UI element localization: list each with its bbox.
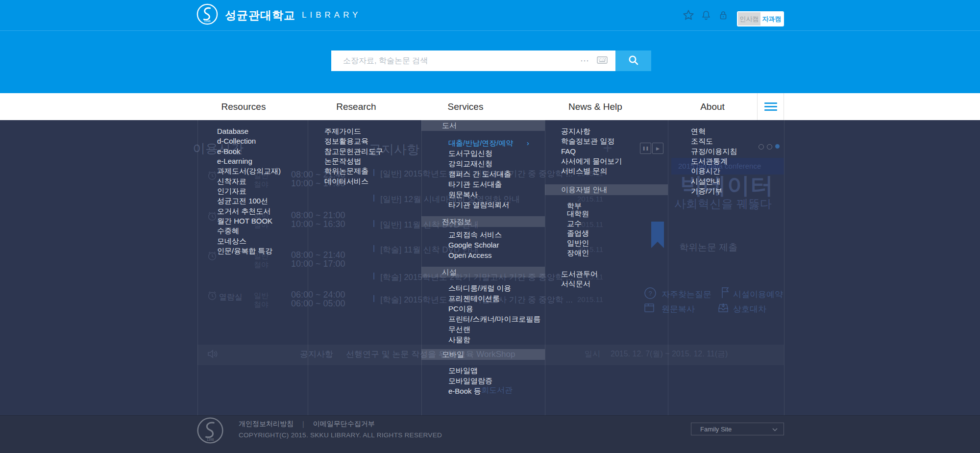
footer-seal-logo: 1398 — [196, 416, 224, 445]
menu-item[interactable]: 조직도 — [691, 136, 713, 146]
nav-about[interactable]: About — [663, 93, 761, 120]
menu-item[interactable]: 논문작성법 — [324, 156, 361, 166]
menu-item[interactable]: 규정/이용지침 — [691, 146, 737, 156]
menu-item[interactable]: 주제가이드 — [324, 126, 361, 136]
menu-item[interactable]: 학술정보관 일정 — [561, 136, 614, 146]
menu-item[interactable]: Google Scholar — [448, 240, 499, 250]
notifications-bell-icon[interactable] — [700, 9, 712, 21]
menu-section-header: 도서 — [421, 120, 545, 131]
menu-item[interactable]: 원문복사 — [448, 189, 478, 200]
menu-item[interactable]: 서식문서 — [561, 278, 590, 289]
menu-item[interactable]: 대학원 — [567, 208, 589, 219]
skku-library-page: 1398 성균관대학교 LIBRARY 인사캠 자과캠 ⋯ Resources … — [0, 0, 980, 453]
menu-item[interactable]: 무선랜 — [448, 324, 470, 334]
menu-item[interactable]: 수중혜 — [217, 226, 239, 236]
menu-item[interactable]: 타기관 도서대출 — [448, 179, 502, 189]
search-input[interactable] — [331, 56, 580, 65]
menu-item[interactable]: 월간 HOT BOOK — [217, 216, 272, 226]
menu-item[interactable]: 이용시간 — [691, 166, 720, 176]
menu-item[interactable]: 정보활용교육 — [324, 136, 368, 146]
topbar-utility-icons — [682, 0, 729, 30]
menu-divider — [784, 120, 784, 415]
menu-item[interactable]: 공지사항 — [561, 126, 590, 136]
menu-item[interactable]: 타기관 열람의뢰서 — [448, 200, 509, 210]
menu-item-active[interactable]: 대출/반납/연장/예약 — [448, 138, 537, 148]
family-site-select[interactable]: Family Site — [691, 423, 784, 435]
footer-link-separator: | — [302, 420, 304, 428]
menu-item[interactable]: d-Collection — [217, 136, 256, 146]
copyright-text: COPYRIGHT(C) 2015. SKKU LIBRARY. ALL RIG… — [239, 431, 442, 439]
menu-item[interactable]: 참고문헌관리도구 — [324, 146, 383, 156]
campus-toggle: 인사캠 자과캠 — [737, 11, 784, 26]
menu-item[interactable]: 사서에게 물어보기 — [561, 156, 622, 166]
nav-news-help[interactable]: News & Help — [546, 93, 644, 120]
hamburger-menu-button[interactable] — [757, 93, 784, 120]
magnifier-icon — [628, 54, 639, 68]
footer — [0, 415, 980, 453]
menu-item[interactable]: 오거서 추천도서 — [217, 206, 270, 216]
library-wordmark: LIBRARY — [302, 10, 361, 20]
menu-item[interactable]: 프린터/스캐너/마이크로필름 — [448, 314, 540, 324]
nav-resources[interactable]: Resources — [195, 93, 293, 120]
university-name: 성균관대학교 — [225, 8, 295, 23]
menu-item[interactable]: PC이용 — [448, 303, 473, 314]
menu-item[interactable]: 모바일앱 — [448, 365, 478, 376]
svg-text:1398: 1398 — [204, 20, 211, 23]
menu-item[interactable]: 기증/기부 — [691, 186, 722, 196]
campus-jagwa-button[interactable]: 자과캠 — [760, 12, 783, 25]
menu-item[interactable]: 장애인 — [567, 248, 589, 258]
menu-item[interactable]: 시설안내 — [691, 176, 720, 186]
menu-item[interactable]: e-Book — [217, 146, 241, 156]
menu-section-header: 모바일 — [421, 349, 545, 360]
search-button[interactable] — [615, 50, 651, 71]
no-email-collection-link[interactable]: 이메일무단수집거부 — [313, 420, 375, 428]
menu-item[interactable]: 학위논문제출 — [324, 166, 368, 176]
menu-item[interactable]: Open Access — [448, 250, 491, 260]
menu-item[interactable]: 도서구입신청 — [448, 148, 492, 158]
menu-item[interactable]: FAQ — [561, 146, 576, 156]
menu-item[interactable]: 도서관투어 — [561, 269, 598, 279]
menu-item[interactable]: 일반인 — [567, 238, 589, 248]
hamburger-icon — [764, 102, 777, 104]
menu-item[interactable]: 도서관통계 — [691, 156, 728, 166]
menu-item[interactable]: 연혁 — [691, 126, 706, 136]
menu-item[interactable]: e-Book 등 — [448, 386, 481, 396]
menu-item[interactable]: Database — [217, 126, 248, 136]
menu-item[interactable]: 교수 — [567, 218, 582, 228]
menu-item[interactable]: 졸업생 — [567, 228, 589, 238]
menu-item[interactable]: 서비스별 문의 — [561, 166, 607, 176]
virtual-keyboard-icon[interactable] — [597, 56, 608, 65]
menu-item[interactable]: 과제도서(강의교재) — [217, 166, 281, 176]
menu-item[interactable]: 모바일열람증 — [448, 376, 492, 386]
search-options-ellipsis-icon[interactable]: ⋯ — [580, 56, 589, 65]
menu-item[interactable]: 모네상스 — [217, 236, 246, 246]
menu-item[interactable]: 교외접속 서비스 — [448, 229, 502, 240]
chevron-right-icon: › — [527, 138, 529, 148]
menu-item[interactable]: 사물함 — [448, 334, 470, 345]
menu-section-header: 이용자별 안내 — [545, 184, 668, 195]
search-bar: ⋯ — [331, 50, 651, 71]
menu-col-about: 연혁 조직도 규정/이용지침 도서관통계 이용시간 시설안내 기증/기부 — [668, 120, 784, 415]
menu-item[interactable]: 캠퍼스 간 도서대출 — [448, 169, 511, 179]
nav-services[interactable]: Services — [416, 93, 514, 120]
menu-section-header: 전자정보 — [421, 216, 545, 227]
menu-item[interactable]: e-Learning — [217, 156, 252, 166]
login-lock-icon[interactable] — [717, 9, 729, 21]
menu-item[interactable]: 인기자료 — [217, 186, 246, 196]
privacy-policy-link[interactable]: 개인정보처리방침 — [239, 420, 294, 428]
menu-col-resources: Database d-Collection e-Book e-Learning … — [197, 120, 308, 415]
campus-insa-button[interactable]: 인사캠 — [738, 12, 760, 25]
menu-item[interactable]: 인문/융복합 특강 — [217, 246, 272, 256]
library-logo[interactable]: 1398 성균관대학교 LIBRARY — [196, 0, 361, 30]
menu-item[interactable]: 데이터서비스 — [324, 176, 368, 186]
menu-col-services: 도서 대출/반납/연장/예약 › 도서구입신청 강의교재신청 캠퍼스 간 도서대… — [421, 120, 545, 415]
nav-research[interactable]: Research — [307, 93, 405, 120]
menu-item[interactable]: 강의교재신청 — [448, 158, 492, 169]
top-bar — [0, 0, 980, 30]
favorites-star-icon[interactable] — [682, 9, 695, 22]
menu-item[interactable]: 스터디룸/캐럴 이용 — [448, 283, 511, 293]
menu-item[interactable]: 성균고전 100선 — [217, 196, 268, 206]
menu-item[interactable]: 프리젠테이션룸 — [448, 293, 500, 303]
chevron-down-icon — [772, 426, 778, 433]
menu-item[interactable]: 신착자료 — [217, 176, 246, 186]
